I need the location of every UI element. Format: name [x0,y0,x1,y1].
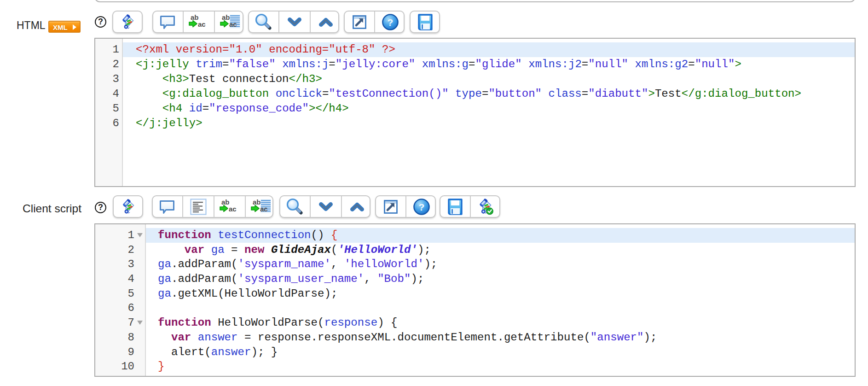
svg-text:ac: ac [260,205,268,213]
svg-text:?: ? [388,17,393,28]
svg-text:?: ? [419,202,425,212]
svg-text:ab: ab [222,14,230,21]
svg-text:ac: ac [229,20,237,28]
svg-text:ab: ab [221,199,230,206]
svg-text:ac: ac [198,20,206,28]
svg-text:ab: ab [253,199,261,206]
svg-text:ac: ac [229,205,237,213]
svg-text:ab: ab [191,14,199,21]
